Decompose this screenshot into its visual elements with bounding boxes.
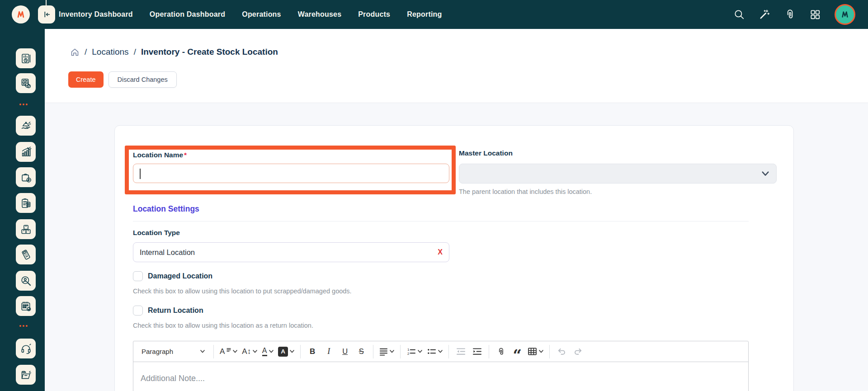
toolbar-separator xyxy=(300,345,301,358)
sidebar-item-candidate-search[interactable] xyxy=(16,271,36,291)
sidebar-item-stock-clipboard[interactable] xyxy=(16,193,36,213)
italic-button[interactable]: I xyxy=(321,344,336,360)
section-title-location-settings: Location Settings xyxy=(133,204,199,214)
redo-button[interactable] xyxy=(570,344,585,360)
sidebar-item-sales-calculator[interactable] xyxy=(16,73,36,93)
indent-button[interactable] xyxy=(469,344,485,360)
strikethrough-button[interactable]: S xyxy=(354,344,369,360)
font-color-button[interactable]: A xyxy=(260,344,275,360)
top-navbar: Inventory Dashboard Operation Dashboard … xyxy=(0,0,868,29)
breadcrumb-separator: / xyxy=(85,47,87,57)
home-icon[interactable] xyxy=(70,47,80,57)
insert-link-button[interactable] xyxy=(493,344,509,360)
toolbar-separator xyxy=(373,345,373,358)
toolbar-separator xyxy=(213,345,214,358)
bag-plus-icon xyxy=(20,171,32,184)
icon-sidebar xyxy=(0,0,45,391)
sidebar-item-schedule-calendar[interactable] xyxy=(16,296,36,316)
font-lines-icon xyxy=(226,348,231,352)
sidebar-collapse-button[interactable] xyxy=(38,5,55,24)
damaged-location-helper: Check this box to allow using this locat… xyxy=(133,287,352,295)
insert-table-button[interactable] xyxy=(526,344,545,360)
create-button[interactable]: Create xyxy=(68,71,104,88)
chevron-down-icon xyxy=(539,350,543,353)
clear-selection-icon[interactable]: X xyxy=(438,248,443,256)
location-type-value: Internal Location xyxy=(140,248,195,257)
form-area: Location Name* Master Location The paren… xyxy=(45,103,868,391)
sidebar-item-report-book[interactable] xyxy=(16,48,36,68)
form-actions: Create Discard Changes xyxy=(68,71,177,88)
nav-inventory-dashboard[interactable]: Inventory Dashboard xyxy=(59,10,133,19)
master-location-select[interactable] xyxy=(459,164,777,184)
attachment-icon[interactable] xyxy=(784,9,796,20)
outdent-icon xyxy=(456,347,466,356)
search-icon[interactable] xyxy=(733,9,745,20)
location-name-label: Location Name* xyxy=(133,151,187,159)
discard-changes-button[interactable]: Discard Changes xyxy=(108,71,177,88)
toolbar-separator xyxy=(549,345,550,358)
ai-wand-icon[interactable] xyxy=(759,9,770,20)
paragraph-format-dropdown[interactable]: Paragraph xyxy=(138,344,209,360)
sidebar-item-growth-analytics[interactable] xyxy=(16,142,36,162)
return-location-label: Return Location xyxy=(148,306,203,315)
damaged-location-label: Damaged Location xyxy=(148,272,212,280)
editor-placeholder: Additional Note.... xyxy=(133,362,748,383)
font-family-button[interactable]: A xyxy=(218,344,239,360)
bold-button[interactable]: B xyxy=(305,344,320,360)
nav-operation-dashboard[interactable]: Operation Dashboard xyxy=(150,10,225,19)
toolbar-separator xyxy=(489,345,489,358)
required-asterisk: * xyxy=(184,151,187,159)
report-book-icon xyxy=(20,52,32,65)
sidebar-item-support-headset[interactable] xyxy=(16,339,36,358)
nav-operations[interactable]: Operations xyxy=(242,10,281,19)
chevron-down-icon xyxy=(269,350,274,353)
sidebar-item-document-folder[interactable] xyxy=(16,365,36,385)
location-name-input[interactable] xyxy=(133,164,449,183)
sidebar-item-purchase-bag[interactable] xyxy=(16,167,36,187)
user-avatar[interactable] xyxy=(835,4,855,25)
breadcrumb-locations[interactable]: Locations xyxy=(92,47,128,57)
nav-products[interactable]: Products xyxy=(358,10,390,19)
underline-button[interactable]: U xyxy=(337,344,353,360)
sidebar-item-service-offering[interactable] xyxy=(16,116,36,136)
location-name-highlight: Location Name* xyxy=(125,146,456,194)
bulleted-list-button[interactable] xyxy=(425,344,444,360)
app-grid-icon[interactable] xyxy=(809,9,821,20)
font-size-button[interactable]: A↕ xyxy=(240,344,259,360)
chevron-down-icon xyxy=(233,350,237,353)
font-background-color-button[interactable]: A xyxy=(276,344,296,360)
app-logo[interactable] xyxy=(12,5,30,24)
table-icon xyxy=(528,347,537,356)
nav-warehouses[interactable]: Warehouses xyxy=(298,10,342,19)
chevron-down-icon xyxy=(200,350,205,353)
numbered-list-button[interactable] xyxy=(405,344,424,360)
pos-terminal-icon xyxy=(20,249,32,261)
damaged-location-checkbox[interactable] xyxy=(133,271,143,281)
hand-bell-icon xyxy=(20,120,32,132)
master-location-label: Master Location xyxy=(459,149,513,157)
main-content: / Locations / Inventory - Create Stock L… xyxy=(45,29,868,391)
calendar-check-icon xyxy=(20,300,32,312)
sidebar-item-inventory-packages[interactable] xyxy=(16,219,36,239)
main-navigation: Inventory Dashboard Operation Dashboard … xyxy=(59,0,442,29)
clipboard-calculator-icon xyxy=(20,197,32,209)
location-type-select[interactable]: Internal Location X xyxy=(133,242,449,262)
section-divider xyxy=(133,221,749,221)
additional-note-editor[interactable]: Additional Note.... xyxy=(133,362,749,391)
chevron-down-icon xyxy=(438,350,443,353)
numbered-list-icon xyxy=(406,347,416,356)
navbar-actions xyxy=(733,0,868,29)
sidebar-item-pos-terminal[interactable] xyxy=(16,245,36,264)
return-location-checkbox[interactable] xyxy=(133,306,143,316)
undo-button[interactable] xyxy=(554,344,569,360)
text-align-button[interactable] xyxy=(377,344,396,360)
calculator-icon xyxy=(20,77,32,90)
block-quote-button[interactable]: “ xyxy=(509,344,525,360)
nav-reporting[interactable]: Reporting xyxy=(407,10,442,19)
person-search-icon xyxy=(20,275,32,287)
sidebar-section-dots xyxy=(19,325,28,327)
redo-icon xyxy=(573,347,583,356)
outdent-button[interactable] xyxy=(453,344,468,360)
breadcrumb-separator: / xyxy=(134,47,136,57)
headset-icon xyxy=(20,343,32,355)
